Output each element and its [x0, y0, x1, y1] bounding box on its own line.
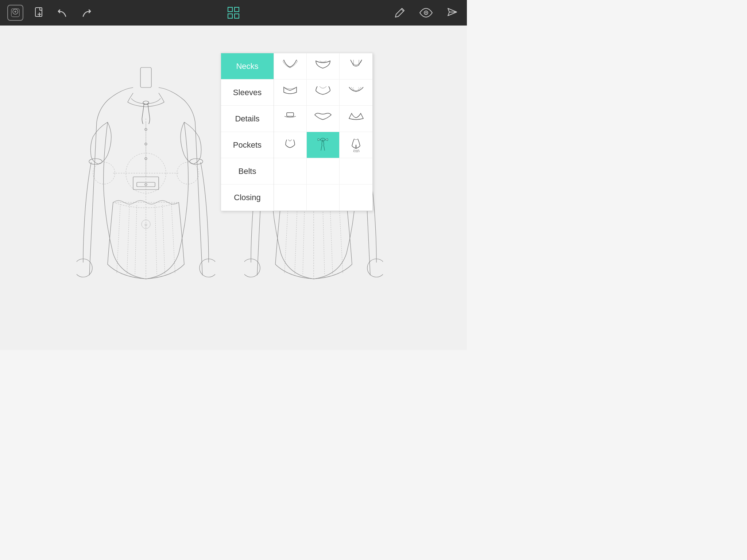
toolbar [0, 0, 467, 26]
svg-line-41 [295, 205, 297, 275]
svg-rect-2 [228, 7, 232, 12]
svg-line-45 [339, 204, 343, 273]
neck-item-8[interactable] [307, 106, 340, 132]
svg-line-21 [117, 204, 120, 273]
category-sidebar: Necks Sleeves Details Pockets Belts Clos… [221, 53, 274, 211]
extra-item-4[interactable] [274, 184, 307, 211]
svg-line-44 [330, 205, 333, 275]
extra-item-1[interactable] [274, 158, 307, 184]
closing-item-1[interactable] [274, 132, 307, 158]
category-belts[interactable]: Belts [221, 158, 274, 184]
neck-item-4[interactable] [274, 79, 307, 106]
extra-item-3[interactable] [340, 158, 372, 184]
svg-rect-8 [140, 67, 151, 88]
neck-item-3[interactable] [340, 53, 372, 79]
neck-item-2[interactable] [307, 53, 340, 79]
svg-text:ψ: ψ [144, 222, 147, 227]
svg-rect-3 [235, 7, 239, 12]
svg-rect-1 [35, 8, 42, 16]
redo-icon[interactable] [79, 5, 93, 20]
send-icon[interactable] [445, 5, 460, 20]
svg-rect-5 [235, 14, 239, 18]
pencil-icon[interactable] [392, 5, 407, 20]
svg-line-58 [359, 149, 359, 152]
extra-item-2[interactable] [307, 158, 340, 184]
svg-line-43 [323, 205, 325, 275]
logo-icon[interactable] [7, 5, 23, 21]
svg-line-57 [357, 150, 358, 152]
toolbar-left [7, 5, 93, 21]
neck-item-1[interactable] [274, 53, 307, 79]
svg-line-40 [285, 204, 288, 273]
extra-item-6[interactable] [340, 184, 372, 211]
new-file-icon[interactable] [32, 5, 47, 20]
category-details[interactable]: Details [221, 106, 274, 132]
category-sleeves[interactable]: Sleeves [221, 79, 274, 106]
svg-line-55 [355, 150, 355, 152]
svg-line-23 [135, 205, 137, 275]
svg-point-7 [425, 12, 427, 13]
svg-line-22 [127, 205, 129, 275]
neck-item-6[interactable] [340, 79, 372, 106]
category-necks[interactable]: Necks [221, 53, 274, 79]
closing-item-2-selected[interactable] [307, 132, 340, 158]
neck-item-5[interactable] [307, 79, 340, 106]
category-closing[interactable]: Closing [221, 184, 274, 211]
main-content: ψ [0, 26, 467, 350]
svg-line-25 [162, 205, 165, 275]
svg-line-42 [303, 205, 305, 275]
items-grid [274, 53, 372, 211]
eye-icon[interactable] [419, 5, 433, 20]
grid-view-icon[interactable] [226, 5, 241, 20]
panel-overlay: Necks Sleeves Details Pockets Belts Clos… [221, 53, 373, 211]
undo-icon[interactable] [55, 5, 70, 20]
svg-rect-4 [228, 14, 232, 18]
svg-line-26 [171, 204, 175, 273]
neck-item-9[interactable] [340, 106, 372, 132]
svg-line-24 [155, 205, 157, 275]
toolbar-center [226, 5, 241, 20]
closing-item-3[interactable] [340, 132, 372, 158]
category-pockets[interactable]: Pockets [221, 132, 274, 158]
svg-rect-52 [287, 113, 294, 116]
svg-line-54 [353, 149, 354, 152]
front-garment: ψ [77, 64, 222, 312]
toolbar-right [392, 5, 460, 20]
neck-item-7[interactable] [274, 106, 307, 132]
extra-item-5[interactable] [307, 184, 340, 211]
